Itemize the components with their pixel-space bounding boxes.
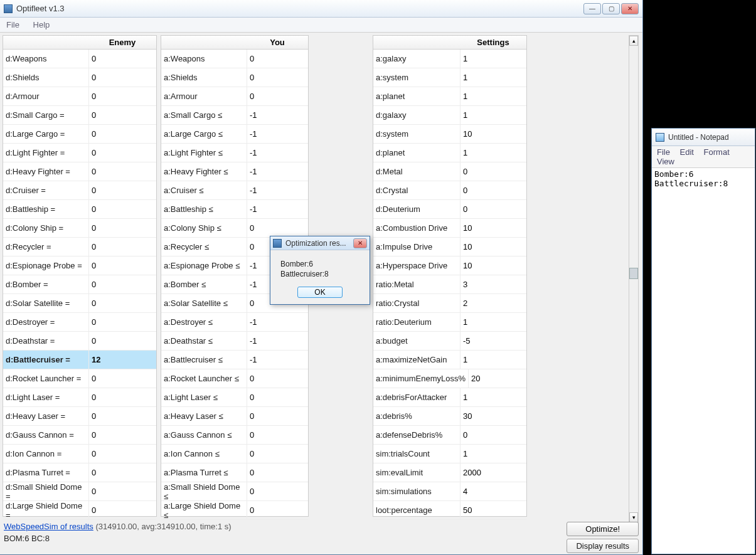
scroll-thumb[interactable] (629, 268, 638, 279)
notepad-menu-format[interactable]: Format (704, 147, 730, 157)
table-row[interactable]: a:budget-5 (373, 332, 526, 351)
table-row[interactable]: ratio:Crystal2 (373, 294, 526, 313)
settings-row-value[interactable]: 4 (460, 482, 526, 500)
notepad-menu-edit[interactable]: Edit (680, 147, 694, 157)
table-row[interactable]: d:galaxy1 (373, 106, 526, 125)
settings-row-value[interactable]: 1 (460, 388, 526, 406)
you-row-value[interactable]: 0 (247, 219, 308, 237)
table-row[interactable]: sim:evalLimit2000 (373, 463, 526, 482)
table-row[interactable]: a:Rocket Launcher ≤0 (161, 369, 308, 388)
enemy-row-value[interactable]: 0 (88, 162, 156, 181)
settings-row-value[interactable]: 1 (460, 351, 526, 369)
you-row-value[interactable]: 0 (247, 369, 308, 388)
settings-row-value[interactable]: 1 (460, 313, 526, 331)
settings-row-value[interactable]: 1 (460, 106, 526, 124)
table-row[interactable]: a:Small Cargo ≤-1 (161, 106, 308, 125)
settings-row-value[interactable]: 3 (460, 275, 526, 293)
enemy-row-value[interactable]: 12 (88, 351, 156, 369)
table-row[interactable]: d:Weapons0 (3, 50, 156, 68)
enemy-row-value[interactable]: 0 (88, 144, 156, 162)
enemy-row-value[interactable]: 0 (88, 50, 156, 68)
you-row-value[interactable]: -1 (247, 125, 308, 143)
settings-row-value[interactable]: 1 (460, 87, 526, 105)
settings-row-value[interactable]: 2 (460, 294, 526, 312)
enemy-row-value[interactable]: 0 (88, 106, 156, 124)
optimize-button[interactable]: Optimize! (567, 522, 639, 536)
table-row[interactable]: d:Crystal0 (373, 181, 526, 200)
scroll-up-arrow[interactable]: ▴ (629, 36, 638, 46)
settings-row-value[interactable]: 1 (460, 50, 526, 68)
settings-row-value[interactable]: 10 (460, 238, 526, 256)
table-row[interactable]: d:Gauss Cannon =0 (3, 426, 156, 445)
maximize-button[interactable]: ▢ (602, 3, 620, 14)
table-row[interactable]: d:planet1 (373, 144, 526, 162)
enemy-row-value[interactable]: 0 (88, 219, 156, 237)
enemy-row-value[interactable]: 0 (88, 181, 156, 199)
enemy-row-value[interactable]: 0 (88, 445, 156, 463)
you-row-value[interactable]: -1 (247, 144, 308, 162)
table-row[interactable]: d:Espionage Probe =0 (3, 256, 156, 275)
table-row[interactable]: d:Heavy Laser =0 (3, 407, 156, 426)
table-row[interactable]: a:debris%30 (373, 407, 526, 426)
table-row[interactable]: a:Large Cargo ≤-1 (161, 125, 308, 144)
enemy-row-value[interactable]: 0 (88, 482, 156, 500)
settings-row-value[interactable]: 0 (460, 426, 526, 444)
table-row[interactable]: a:Light Fighter ≤-1 (161, 144, 308, 162)
table-row[interactable]: a:Light Laser ≤0 (161, 388, 308, 407)
you-row-value[interactable]: 0 (247, 482, 308, 500)
table-row[interactable]: d:Small Cargo =0 (3, 106, 156, 125)
you-row-value[interactable]: -1 (247, 181, 308, 199)
you-row-value[interactable]: -1 (247, 200, 308, 218)
table-row[interactable]: a:Impulse Drive10 (373, 238, 526, 256)
table-row[interactable]: a:Weapons0 (161, 50, 308, 68)
table-row[interactable]: d:Small Shield Dome =0 (3, 482, 156, 501)
table-row[interactable]: a:system1 (373, 68, 526, 87)
table-row[interactable]: a:Battlecruiser ≤-1 (161, 351, 308, 369)
table-row[interactable]: a:Deathstar ≤-1 (161, 332, 308, 351)
settings-row-value[interactable]: 1 (460, 445, 526, 463)
table-row[interactable]: a:Destroyer ≤-1 (161, 313, 308, 332)
table-row[interactable]: d:Solar Satellite =0 (3, 294, 156, 313)
menu-file[interactable]: File (6, 20, 19, 29)
you-row-value[interactable]: -1 (247, 313, 308, 331)
you-row-value[interactable]: 0 (247, 501, 308, 519)
notepad-text[interactable]: Bomber:6 Battlecruiser:8 (652, 168, 755, 189)
enemy-row-value[interactable]: 0 (88, 463, 156, 482)
settings-row-value[interactable]: 0 (460, 181, 526, 199)
table-row[interactable]: d:Plasma Turret =0 (3, 463, 156, 482)
settings-row-value[interactable]: -5 (460, 332, 526, 350)
table-row[interactable]: loot:percentage50 (373, 501, 526, 520)
settings-row-value[interactable]: 0 (460, 200, 526, 218)
table-row[interactable]: d:Colony Ship =0 (3, 219, 156, 238)
you-row-value[interactable]: 0 (247, 388, 308, 406)
you-row-value[interactable]: 0 (247, 426, 308, 444)
table-row[interactable]: a:Ion Cannon ≤0 (161, 445, 308, 463)
close-button[interactable]: ✕ (621, 3, 639, 14)
table-row[interactable]: a:Heavy Laser ≤0 (161, 407, 308, 426)
you-row-value[interactable]: 0 (247, 68, 308, 87)
table-row[interactable]: d:Deuterium0 (373, 200, 526, 219)
you-row-value[interactable]: 0 (247, 87, 308, 105)
enemy-row-value[interactable]: 0 (88, 369, 156, 388)
table-row[interactable]: d:Battleship =0 (3, 200, 156, 219)
table-row[interactable]: d:Heavy Fighter =0 (3, 162, 156, 181)
table-row[interactable]: a:Gauss Cannon ≤0 (161, 426, 308, 445)
table-row[interactable]: d:Large Shield Dome =0 (3, 501, 156, 520)
you-row-value[interactable]: -1 (247, 106, 308, 124)
table-row[interactable]: d:Bomber =0 (3, 275, 156, 294)
enemy-row-value[interactable]: 0 (88, 426, 156, 444)
enemy-row-value[interactable]: 0 (88, 501, 156, 519)
table-row[interactable]: a:Shields0 (161, 68, 308, 87)
enemy-row-value[interactable]: 0 (88, 238, 156, 256)
table-row[interactable]: sim:trialsCount1 (373, 445, 526, 463)
enemy-row-value[interactable]: 0 (88, 87, 156, 105)
notepad-menu-file[interactable]: File (657, 147, 670, 157)
settings-row-value[interactable]: 1 (460, 68, 526, 87)
table-row[interactable]: d:Destroyer =0 (3, 313, 156, 332)
you-row-value[interactable]: 0 (247, 445, 308, 463)
table-row[interactable]: a:Large Shield Dome ≤0 (161, 501, 308, 520)
table-row[interactable]: d:Recycler =0 (3, 238, 156, 256)
minimize-button[interactable]: — (583, 3, 601, 14)
settings-row-value[interactable]: 2000 (460, 463, 526, 482)
enemy-row-value[interactable]: 0 (88, 407, 156, 425)
